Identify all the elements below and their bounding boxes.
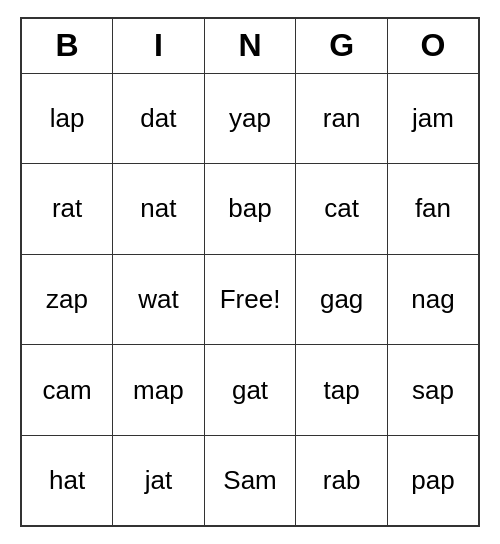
bingo-cell: gag: [296, 254, 388, 345]
bingo-cell: jam: [387, 73, 479, 164]
bingo-cell: zap: [21, 254, 113, 345]
bingo-cell: Free!: [204, 254, 296, 345]
bingo-cell: bap: [204, 164, 296, 255]
bingo-cell: cat: [296, 164, 388, 255]
bingo-cell: gat: [204, 345, 296, 436]
bingo-cell: cam: [21, 345, 113, 436]
bingo-row: cammapgattapsap: [21, 345, 479, 436]
bingo-cell: hat: [21, 435, 113, 526]
bingo-header-cell: O: [387, 18, 479, 73]
bingo-header-cell: N: [204, 18, 296, 73]
bingo-header-row: BINGO: [21, 18, 479, 73]
bingo-cell: jat: [113, 435, 205, 526]
bingo-cell: nag: [387, 254, 479, 345]
bingo-cell: lap: [21, 73, 113, 164]
bingo-header-cell: G: [296, 18, 388, 73]
bingo-cell: sap: [387, 345, 479, 436]
bingo-cell: ran: [296, 73, 388, 164]
bingo-cell: rab: [296, 435, 388, 526]
bingo-body: lapdatyapranjamratnatbapcatfanzapwatFree…: [21, 73, 479, 526]
bingo-cell: nat: [113, 164, 205, 255]
bingo-row: zapwatFree!gagnag: [21, 254, 479, 345]
bingo-cell: dat: [113, 73, 205, 164]
bingo-cell: map: [113, 345, 205, 436]
bingo-cell: Sam: [204, 435, 296, 526]
bingo-row: ratnatbapcatfan: [21, 164, 479, 255]
bingo-row: hatjatSamrabpap: [21, 435, 479, 526]
bingo-cell: yap: [204, 73, 296, 164]
bingo-cell: pap: [387, 435, 479, 526]
bingo-header-cell: I: [113, 18, 205, 73]
bingo-cell: rat: [21, 164, 113, 255]
bingo-cell: tap: [296, 345, 388, 436]
bingo-cell: fan: [387, 164, 479, 255]
bingo-header-cell: B: [21, 18, 113, 73]
bingo-row: lapdatyapranjam: [21, 73, 479, 164]
bingo-cell: wat: [113, 254, 205, 345]
bingo-card: BINGO lapdatyapranjamratnatbapcatfanzapw…: [20, 17, 480, 527]
